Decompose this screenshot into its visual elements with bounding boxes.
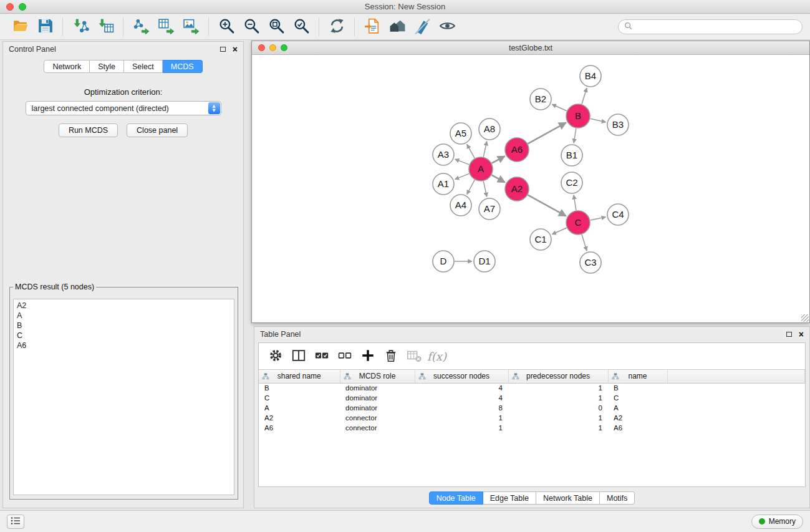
close-window-button[interactable] [6, 3, 14, 11]
table-cell[interactable]: 1 [415, 413, 508, 423]
deselect-all-button[interactable] [333, 346, 356, 367]
mcds-result-item[interactable]: A [17, 311, 231, 321]
edge-A6-B[interactable] [528, 123, 566, 144]
apply-layout-button[interactable] [324, 16, 349, 37]
import-table-button[interactable] [93, 16, 118, 37]
node-B3[interactable]: B3 [607, 114, 629, 135]
tab-edge-table[interactable]: Edge Table [483, 491, 536, 505]
edge-B-B2[interactable] [552, 104, 567, 111]
open-file-button[interactable] [7, 16, 32, 37]
export-network-button[interactable] [128, 16, 153, 37]
show-graphics-button[interactable] [435, 16, 460, 37]
node-A3[interactable]: A3 [433, 144, 454, 165]
table-cell[interactable]: B [608, 383, 667, 393]
tab-mcds[interactable]: MCDS [163, 60, 203, 73]
table-cell[interactable]: 1 [508, 423, 608, 433]
table-cell[interactable]: 8 [415, 403, 508, 413]
node-A5[interactable]: A5 [450, 123, 471, 144]
node-B1[interactable]: B1 [561, 145, 582, 166]
table-cell[interactable]: A6 [608, 423, 667, 433]
export-document-button[interactable] [360, 16, 385, 37]
table-cell[interactable]: connector [340, 423, 415, 433]
node-D[interactable]: D [433, 251, 454, 272]
table-cell[interactable]: A6 [259, 423, 340, 433]
edge-B-B1[interactable] [574, 128, 576, 143]
table-cell[interactable]: 4 [415, 383, 508, 393]
table-row[interactable]: A2connector11A2 [259, 413, 805, 423]
table-cell[interactable]: A2 [259, 413, 340, 423]
column-header-predecessor-nodes[interactable]: predecessor nodes [508, 370, 608, 383]
node-A1[interactable]: A1 [433, 173, 454, 195]
table-cell[interactable]: dominator [340, 383, 415, 393]
select-all-button[interactable] [310, 346, 333, 367]
table-row[interactable]: Adominator80A [259, 403, 805, 413]
node-C2[interactable]: C2 [561, 172, 582, 193]
table-cell[interactable]: A2 [608, 413, 667, 423]
table-cell[interactable]: 4 [415, 393, 508, 403]
table-cell[interactable]: A [259, 403, 340, 413]
network-close-button[interactable] [258, 44, 265, 51]
search-box[interactable] [618, 19, 803, 34]
node-A2[interactable]: A2 [505, 177, 529, 201]
float-table-panel-icon[interactable] [786, 332, 792, 337]
tab-network[interactable]: Network [44, 60, 90, 73]
table-row[interactable]: A6connector11A6 [259, 423, 805, 433]
edge-A-A4[interactable] [467, 180, 475, 195]
task-history-button[interactable] [7, 515, 24, 529]
table-options-button[interactable] [264, 346, 287, 367]
column-visibility-button[interactable] [287, 346, 310, 367]
table-row[interactable]: Bdominator41B [259, 383, 805, 393]
mcds-result-item[interactable]: C [17, 331, 231, 341]
column-header-name[interactable]: name [608, 370, 667, 383]
optimization-criterion-dropdown[interactable]: largest connected component (directed) ▲… [26, 101, 221, 115]
mcds-result-item[interactable]: A2 [17, 301, 231, 311]
node-A8[interactable]: A8 [479, 118, 500, 140]
table-cell[interactable]: A [608, 403, 667, 413]
table-cell[interactable]: dominator [340, 403, 415, 413]
run-mcds-button[interactable]: Run MCDS [59, 123, 118, 137]
edge-A2-C[interactable] [528, 195, 566, 216]
table-cell[interactable]: dominator [340, 393, 415, 403]
table-cell[interactable]: 1 [415, 423, 508, 433]
edge-C-C1[interactable] [552, 228, 567, 235]
mcds-result-item[interactable]: A6 [17, 341, 231, 351]
network-zoom-button[interactable] [281, 44, 287, 51]
edge-A-A2[interactable] [492, 175, 505, 183]
tab-style[interactable]: Style [90, 60, 124, 73]
column-header-MCDS-role[interactable]: MCDS role [340, 370, 415, 383]
node-B4[interactable]: B4 [580, 65, 601, 87]
node-B2[interactable]: B2 [530, 89, 551, 110]
home-button[interactable] [385, 16, 410, 37]
node-A6[interactable]: A6 [505, 138, 529, 162]
mcds-result-item[interactable]: B [17, 321, 231, 331]
search-input[interactable] [635, 22, 796, 31]
node-C[interactable]: C [566, 211, 590, 235]
edge-A-A1[interactable] [455, 173, 470, 179]
tab-motifs[interactable]: Motifs [600, 491, 635, 505]
table-cell[interactable]: B [259, 383, 340, 393]
node-A4[interactable]: A4 [450, 195, 471, 216]
edge-B-B3[interactable] [591, 118, 606, 122]
table-row[interactable]: Cdominator41C [259, 393, 805, 403]
mcds-result-list[interactable]: A2ABCA6 [13, 299, 234, 495]
node-C3[interactable]: C3 [580, 252, 601, 273]
network-minimize-button[interactable] [269, 44, 276, 51]
node-C1[interactable]: C1 [530, 229, 551, 250]
add-button[interactable] [356, 346, 379, 367]
save-session-button[interactable] [32, 16, 57, 37]
import-network-button[interactable] [68, 16, 93, 37]
close-panel-icon[interactable]: × [233, 46, 238, 53]
node-C4[interactable]: C4 [607, 204, 629, 225]
zoom-fit-button[interactable] [264, 16, 289, 37]
fullscreen-window-button[interactable] [19, 3, 26, 11]
node-A7[interactable]: A7 [479, 198, 500, 220]
table-cell[interactable]: connector [340, 413, 415, 423]
tab-network-table[interactable]: Network Table [536, 491, 600, 505]
edge-A-A8[interactable] [483, 142, 486, 157]
table-cell[interactable]: 1 [508, 383, 608, 393]
column-header-shared-name[interactable]: shared name [259, 370, 340, 383]
edge-A-A7[interactable] [483, 181, 486, 197]
delete-button[interactable] [379, 346, 402, 367]
table-cell[interactable]: 0 [508, 403, 608, 413]
edge-C-C2[interactable] [574, 195, 576, 210]
